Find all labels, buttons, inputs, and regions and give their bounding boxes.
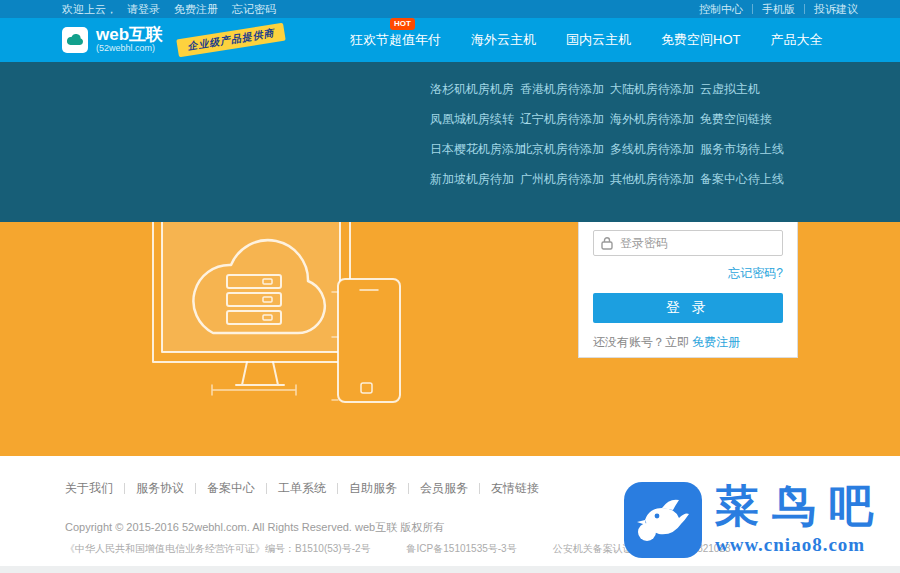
lock-icon — [601, 236, 613, 250]
password-field-group[interactable] — [593, 230, 783, 256]
password-input[interactable] — [620, 236, 775, 250]
mega-link[interactable]: 香港机房待添加 — [520, 74, 610, 104]
forgot-password-link[interactable]: 忘记密码 — [232, 2, 276, 17]
footer-link-selfservice[interactable]: 自助服务 — [349, 480, 397, 497]
mega-link[interactable]: 大陆机房待添加 — [610, 74, 700, 104]
mega-columns: 洛杉矶机房机房 凤凰城机房续转 日本樱花机房添加 新加坡机房待加 香港机房待添加… — [430, 74, 790, 194]
divider — [337, 483, 338, 494]
nav-item-festival[interactable]: 狂欢节超值年付 HOT — [350, 27, 441, 53]
mega-link[interactable]: 凤凰城机房续转 — [430, 104, 520, 134]
mega-link[interactable]: 北京机房待添加 — [520, 134, 610, 164]
dimension-line-horizontal — [212, 385, 296, 395]
register-link[interactable]: 免费注册 — [174, 2, 218, 17]
page: 欢迎上云， 请登录 免费注册 忘记密码 控制中心 手机版 投诉建议 web互联 … — [0, 0, 900, 573]
login-link[interactable]: 请登录 — [127, 2, 160, 17]
nav-link-domestic-cloud[interactable]: 国内云主机 — [566, 27, 631, 53]
nav-link-festival[interactable]: 狂欢节超值年付 HOT — [350, 27, 441, 53]
mega-column-2: 香港机房待添加 辽宁机房待添加 北京机房待添加 广州机房待添加 — [520, 74, 610, 194]
mega-column-3: 大陆机房待添加 海外机房待添加 多线机房待添加 其他机房待添加 — [610, 74, 700, 194]
mega-link[interactable]: 洛杉矶机房机房 — [430, 74, 520, 104]
mega-link[interactable]: 云虚拟主机 — [700, 74, 790, 104]
mega-column-1: 洛杉矶机房机房 凤凰城机房续转 日本樱花机房添加 新加坡机房待加 — [430, 74, 520, 194]
mega-link[interactable]: 多线机房待添加 — [610, 134, 700, 164]
mega-link[interactable]: 新加坡机房待加 — [430, 164, 520, 194]
main-menu: 狂欢节超值年付 HOT 海外云主机 国内云主机 免费空间HOT 产品大全 — [350, 18, 822, 62]
watermark-title: 菜鸟吧 — [715, 485, 886, 529]
welcome-text: 欢迎上云， — [62, 2, 117, 17]
mega-link[interactable]: 辽宁机房待添加 — [520, 104, 610, 134]
mega-link[interactable]: 广州机房待添加 — [520, 164, 610, 194]
nav-label: 狂欢节超值年付 — [350, 32, 441, 47]
mega-link[interactable]: 服务市场待上线 — [700, 134, 790, 164]
footer-link-terms[interactable]: 服务协议 — [136, 480, 184, 497]
divider — [195, 483, 196, 494]
slogan-ribbon: 企业级产品提供商 — [176, 23, 285, 58]
cniao8-watermark: 菜鸟吧 www.cniao8.com — [624, 482, 886, 558]
divider — [266, 483, 267, 494]
feedback-link[interactable]: 投诉建议 — [814, 2, 858, 17]
no-account-text: 还没有账号？立即 — [593, 335, 692, 349]
mega-link[interactable]: 日本樱花机房添加 — [430, 134, 520, 164]
server-stack — [227, 275, 281, 324]
license-icp: 鲁ICP备15101535号-3号 — [407, 542, 517, 556]
divider — [124, 483, 125, 494]
phone-outline — [338, 279, 400, 402]
mega-link[interactable]: 备案中心待上线 — [700, 164, 790, 194]
mobile-version-link[interactable]: 手机版 — [762, 2, 795, 17]
phone-edge-ticks — [332, 292, 338, 400]
footer-link-friends[interactable]: 友情链接 — [491, 480, 539, 497]
bird-glyph — [635, 494, 691, 546]
mega-column-4: 云虚拟主机 免费空间链接 服务市场待上线 备案中心待上线 — [700, 74, 790, 194]
free-register-link[interactable]: 免费注册 — [692, 335, 740, 349]
mega-link[interactable]: 海外机房待添加 — [610, 104, 700, 134]
mega-link[interactable]: 免费空间链接 — [700, 104, 790, 134]
footer-link-beian[interactable]: 备案中心 — [207, 480, 255, 497]
divider — [408, 483, 409, 494]
nav-item-free-space[interactable]: 免费空间HOT — [661, 27, 740, 53]
footer-link-member[interactable]: 会员服务 — [420, 480, 468, 497]
watermark-url: www.cniao8.com — [715, 534, 886, 556]
phone-home-button — [361, 383, 372, 393]
footer: 关于我们 服务协议 备案中心 工单系统 自助服务 会员服务 友情链接 Copyr… — [0, 456, 900, 573]
nav-item-domestic-cloud[interactable]: 国内云主机 — [566, 27, 631, 53]
license-telecom: 《中华人民共和国增值电信业务经营许可证》编号：B1510(53)号-2号 — [65, 542, 371, 556]
nav-item-all-products[interactable]: 产品大全 — [770, 27, 822, 53]
nav-link-free-space[interactable]: 免费空间HOT — [661, 27, 740, 53]
cloud-glyph — [66, 33, 84, 46]
divider — [479, 483, 480, 494]
footer-links: 关于我们 服务协议 备案中心 工单系统 自助服务 会员服务 友情链接 — [65, 480, 539, 497]
cloud-outline — [193, 240, 324, 333]
divider — [804, 4, 805, 14]
nav-item-overseas-cloud[interactable]: 海外云主机 — [471, 27, 536, 53]
logo-text: web互联 (52webhl.com) — [96, 26, 163, 55]
cniao8-bird-icon — [624, 482, 702, 558]
logo-name: web互联 — [96, 26, 163, 45]
monitor-stand — [236, 362, 284, 385]
watermark-text: 菜鸟吧 www.cniao8.com — [715, 485, 886, 556]
login-button[interactable]: 登 录 — [593, 293, 783, 323]
topbar-left: 欢迎上云， 请登录 免费注册 忘记密码 — [62, 2, 290, 17]
footer-link-about[interactable]: 关于我们 — [65, 480, 113, 497]
copyright-text: Copyright © 2015-2016 52webhl.com. All R… — [65, 520, 444, 535]
main-navbar: web互联 (52webhl.com) 企业级产品提供商 狂欢节超值年付 HOT… — [0, 18, 900, 62]
footer-link-tickets[interactable]: 工单系统 — [278, 480, 326, 497]
nav-link-all-products[interactable]: 产品大全 — [770, 27, 822, 53]
topbar-right: 控制中心 手机版 投诉建议 — [699, 2, 858, 17]
divider — [752, 4, 753, 14]
nav-link-overseas-cloud[interactable]: 海外云主机 — [471, 27, 536, 53]
bottom-strip — [0, 566, 900, 573]
top-utility-bar: 欢迎上云， 请登录 免费注册 忘记密码 控制中心 手机版 投诉建议 — [0, 0, 900, 18]
control-center-link[interactable]: 控制中心 — [699, 2, 743, 17]
mega-link[interactable]: 其他机房待添加 — [610, 164, 700, 194]
logo-icon — [62, 27, 88, 53]
logo-domain: (52webhl.com) — [96, 44, 163, 54]
login-panel: 忘记密码? 登 录 还没有账号？立即 免费注册 — [578, 222, 798, 358]
hero-section: 洛杉矶机房机房 凤凰城机房续转 日本樱花机房添加 新加坡机房待加 香港机房待添加… — [0, 62, 900, 456]
signup-row: 还没有账号？立即 免费注册 — [593, 334, 783, 351]
hot-badge: HOT — [390, 18, 415, 30]
site-logo[interactable]: web互联 (52webhl.com) — [62, 26, 163, 55]
mega-dropdown: 洛杉矶机房机房 凤凰城机房续转 日本樱花机房添加 新加坡机房待加 香港机房待添加… — [0, 62, 900, 222]
forgot-password-panel-link[interactable]: 忘记密码? — [593, 265, 783, 282]
